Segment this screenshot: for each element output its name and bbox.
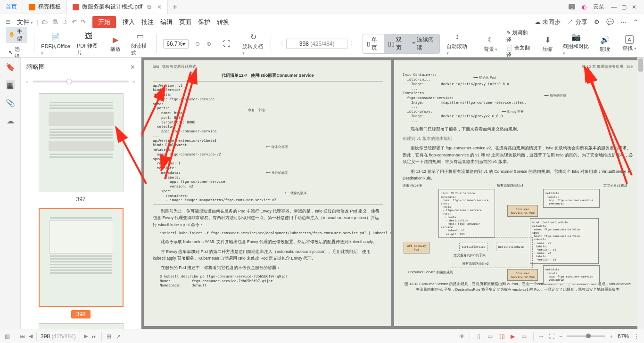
help-icon[interactable]: 💬: [606, 18, 614, 25]
zoom-input[interactable]: 66.7% ▾: [163, 39, 189, 49]
menu-insert[interactable]: 插入: [123, 18, 135, 26]
play-button[interactable]: ▶播放: [107, 34, 124, 53]
moon-icon: ☾: [486, 34, 496, 45]
nav-last-icon[interactable]: ⏭: [91, 334, 97, 339]
status-more-icon[interactable]: ⋮: [634, 333, 639, 340]
window-maximize-icon[interactable]: ▢: [621, 4, 628, 10]
page-next-icon[interactable]: 〉: [350, 40, 356, 48]
menu-page[interactable]: 页面: [179, 18, 191, 26]
bookmark-icon[interactable]: 🔖: [6, 62, 15, 72]
fit-button[interactable]: ⛶: [218, 39, 236, 49]
tab-close-icon[interactable]: ✕: [157, 4, 162, 10]
add-page-icon[interactable]: ⊞: [107, 333, 111, 340]
menu-file[interactable]: 文件: [17, 18, 33, 26]
layout-double[interactable]: ▯▯ 双页: [384, 34, 408, 53]
menu-edit[interactable]: 编辑: [160, 18, 173, 26]
fit-page-icon[interactable]: ⛶: [549, 333, 554, 340]
tab-document[interactable]: 微服务架构设计模式.pdf ⧉ ✕: [67, 0, 168, 14]
thumbnail-397[interactable]: 397: [25, 93, 136, 204]
find-label: 查找: [622, 45, 636, 52]
print-icon[interactable]: 🖶: [52, 18, 58, 25]
document-view[interactable]: 398 微服务架构设计模式 代码清单12-7 使用Istio部署Consumer…: [141, 57, 644, 329]
more-icon[interactable]: ⋯: [620, 18, 627, 25]
tabs-right: 1 ◐ 云朵 — ▢ ✕: [569, 0, 644, 14]
nav-prev-icon[interactable]: ◀: [29, 333, 33, 339]
pdf-to-image[interactable]: 🖼PDF转图片: [77, 31, 100, 57]
view-mode-3[interactable]: ▯▯: [497, 332, 506, 341]
find-button[interactable]: A查找: [620, 35, 638, 52]
translate-full[interactable]: 📄 全文翻译: [506, 44, 532, 58]
menu-protect[interactable]: 保护: [198, 18, 210, 26]
sidebar-close-icon[interactable]: ✕: [130, 64, 135, 71]
view-mode-book[interactable]: ▭: [520, 332, 528, 341]
menu-annotate[interactable]: 批注: [141, 18, 154, 26]
status-page-input[interactable]: 398 (425/484): [36, 332, 80, 341]
vertical-scrollbar[interactable]: [637, 57, 644, 329]
attachment-icon[interactable]: 📎: [6, 98, 15, 107]
save-icon[interactable]: 🗋: [62, 18, 68, 25]
settings-icon[interactable]: ⚙: [594, 18, 600, 25]
open-icon[interactable]: 🗁: [42, 18, 48, 25]
user-name[interactable]: 云朵: [593, 3, 604, 11]
zoom-percent[interactable]: 67%: [618, 333, 629, 340]
tab-home[interactable]: 首页: [0, 0, 23, 14]
compress-button[interactable]: ⬇压缩: [538, 34, 556, 53]
collapse-ribbon-icon[interactable]: ⌃: [633, 18, 638, 25]
menu-convert[interactable]: 转换: [217, 18, 229, 26]
page-prev-icon[interactable]: 〈: [278, 40, 283, 48]
view-mode-1[interactable]: ▯: [475, 332, 483, 341]
read-mode-button[interactable]: ▭阅读模式: [131, 31, 149, 57]
translate-selection[interactable]: ✎ 划词翻译: [506, 29, 532, 43]
page-input[interactable]: 398 (425/484): [286, 39, 347, 49]
autoscroll-button[interactable]: ↕自动滚动: [446, 32, 468, 56]
undo-icon[interactable]: ↶: [72, 18, 77, 25]
fit-icon: ⛶: [222, 39, 232, 49]
para-4: 在服务的 Pod 描述中，你将看到它包含的不仅仅是服务的容器：: [153, 264, 383, 271]
hand-tool[interactable]: ✋手型: [6, 27, 27, 43]
thumbnails-list[interactable]: 397 398: [21, 89, 141, 329]
window-minimize-icon[interactable]: —: [611, 4, 618, 10]
view-mode-play[interactable]: ▶: [509, 332, 517, 341]
tab-template[interactable]: 稻壳模板: [23, 0, 67, 14]
thumbnail-399[interactable]: [25, 323, 136, 329]
zoom-out-icon[interactable]: ⊖: [195, 41, 200, 47]
search-icon: A: [625, 35, 634, 44]
screenshot-button[interactable]: 📷截图和对比: [563, 32, 589, 56]
fit-width-icon[interactable]: ↔: [538, 333, 544, 340]
thumbnail-size-slider[interactable]: [33, 81, 128, 82]
share-button[interactable]: ↗ 分享: [567, 18, 587, 26]
rotate-button[interactable]: ↻旋转文档: [242, 32, 264, 56]
status-bar: ▥ ⏮ ◀ 398 (425/484) ▶ ⏭ ⊞ ↗ 👁 ▯ ▭ ▯▯ ▶ ▭…: [0, 329, 644, 343]
redo-icon[interactable]: ↷: [81, 18, 86, 25]
status-sidebar-icon[interactable]: ▥: [5, 333, 10, 340]
sync-status[interactable]: ☁ 未同步: [535, 18, 561, 26]
zoom-out-status[interactable]: −: [559, 333, 562, 340]
new-tab-button[interactable]: +: [168, 0, 182, 14]
window-close-icon[interactable]: ✕: [632, 4, 638, 10]
nav-first-icon[interactable]: ⏮: [20, 334, 25, 339]
zoom-slider[interactable]: [567, 335, 605, 337]
cloud-icon[interactable]: ☁: [6, 116, 15, 125]
layout-continuous[interactable]: ≡ 连续阅读: [408, 34, 439, 53]
nav-next-icon[interactable]: ▶: [84, 333, 88, 339]
zoom-in-status[interactable]: +: [610, 333, 613, 340]
zoom-in-icon[interactable]: ⊕: [206, 41, 211, 47]
dl-cs-rules: Consumer Service 的路由规则: [408, 270, 453, 275]
thumbnail-398[interactable]: 398: [25, 208, 136, 318]
user-avatar-icon[interactable]: ◐: [582, 4, 586, 10]
export-page-icon[interactable]: ↗: [116, 333, 121, 340]
notification-badge[interactable]: 1: [569, 4, 575, 9]
hamburger-icon[interactable]: [6, 17, 13, 27]
layout-single[interactable]: ▯ 单页: [363, 34, 384, 53]
view-mode-2[interactable]: ▭: [486, 332, 495, 341]
eye-icon[interactable]: 👁: [459, 333, 465, 340]
cursor-tools: ✋手型 ↖选择: [6, 27, 27, 61]
autoscroll-label: 自动滚动: [446, 43, 468, 56]
read-aloud-button[interactable]: 🔊朗读: [596, 34, 614, 53]
pdf-to-office[interactable]: 📄PDF转Office: [41, 32, 70, 56]
left-rail: 🔖 ▦ 📎 ☁: [0, 57, 21, 329]
menu-start[interactable]: 开始: [92, 16, 116, 28]
background-button[interactable]: ☾背景: [482, 34, 500, 53]
tab-restore-icon[interactable]: ⧉: [147, 4, 151, 10]
thumbnail-icon[interactable]: ▦: [6, 80, 15, 90]
